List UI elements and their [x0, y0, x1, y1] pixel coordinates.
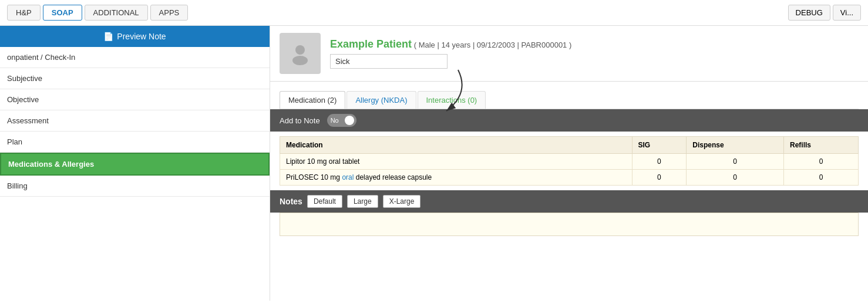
- sidebar-item-assessment[interactable]: Assessment: [0, 110, 270, 132]
- preview-note-label: Preview Note: [117, 32, 166, 41]
- sig-1: 0: [632, 154, 687, 170]
- med-tab-group: Medication (2) Allergy (NKDA) Interactio…: [280, 91, 859, 109]
- svg-point-1: [292, 56, 308, 65]
- tab-allergy[interactable]: Allergy (NKDA): [346, 91, 416, 109]
- col-sig: SIG: [632, 137, 687, 154]
- tab-medication[interactable]: Medication (2): [280, 91, 345, 109]
- dispense-2: 0: [687, 170, 784, 186]
- tab-additional[interactable]: ADDITIONAL: [85, 5, 148, 21]
- notes-label: Notes: [280, 197, 302, 206]
- med-tabs-area: Medication (2) Allergy (NKDA) Interactio…: [270, 82, 868, 109]
- patient-meta: ( Male | 14 years | 09/12/2003 | PABR000…: [414, 41, 572, 49]
- notes-content-area: [280, 213, 859, 236]
- patient-header: Example Patient ( Male | 14 years | 09/1…: [270, 26, 868, 82]
- oral-text: oral: [342, 173, 354, 181]
- med-name-2: PriLOSEC 10 mg oral delayed release caps…: [280, 170, 633, 186]
- sidebar: 📄 Preview Note onpatient / Check-In Subj…: [0, 26, 270, 301]
- refills-2: 0: [783, 170, 858, 186]
- table-row: Lipitor 10 mg oral tablet 0 0 0: [280, 154, 859, 170]
- table-row: PriLOSEC 10 mg oral delayed release caps…: [280, 170, 859, 186]
- col-dispense: Dispense: [687, 137, 784, 154]
- patient-info: Example Patient ( Male | 14 years | 09/1…: [330, 38, 571, 69]
- add-to-note-toggle[interactable]: No: [327, 114, 356, 127]
- notes-size-xlarge[interactable]: X-Large: [383, 195, 421, 208]
- vic-button[interactable]: Vi...: [833, 5, 861, 21]
- dispense-1: 0: [687, 154, 784, 170]
- svg-point-0: [295, 45, 305, 55]
- top-tab-group: H&P SOAP ADDITIONAL APPS: [7, 5, 188, 21]
- sidebar-item-billing[interactable]: Billing: [0, 176, 270, 197]
- medication-table: Medication SIG Dispense Refills Lipitor …: [280, 136, 859, 186]
- notes-bar: Notes Default Large X-Large: [270, 190, 868, 213]
- med-name-1: Lipitor 10 mg oral tablet: [280, 154, 633, 170]
- toggle-knob: [345, 116, 354, 125]
- sidebar-item-objective[interactable]: Objective: [0, 89, 270, 110]
- main-content: Example Patient ( Male | 14 years | 09/1…: [270, 26, 868, 301]
- tab-hp[interactable]: H&P: [7, 5, 41, 21]
- toggle-label: No: [331, 117, 339, 124]
- tab-interactions[interactable]: Interactions (0): [418, 91, 486, 109]
- sidebar-item-medications[interactable]: Medications & Allergies: [0, 153, 270, 176]
- col-medication: Medication: [280, 137, 633, 154]
- sidebar-item-checkin[interactable]: onpatient / Check-In: [0, 47, 270, 68]
- tab-soap[interactable]: SOAP: [43, 5, 82, 21]
- preview-note-button[interactable]: 📄 Preview Note: [0, 26, 270, 47]
- sidebar-item-plan[interactable]: Plan: [0, 132, 270, 153]
- medication-table-wrapper: Medication SIG Dispense Refills Lipitor …: [270, 136, 868, 186]
- col-refills: Refills: [783, 137, 858, 154]
- add-to-note-bar: Add to Note No: [270, 109, 868, 132]
- notes-size-default[interactable]: Default: [307, 195, 342, 208]
- sig-2: 0: [632, 170, 687, 186]
- refills-1: 0: [783, 154, 858, 170]
- sidebar-item-subjective[interactable]: Subjective: [0, 68, 270, 89]
- patient-name: Example Patient: [330, 38, 412, 50]
- debug-button[interactable]: DEBUG: [788, 5, 830, 21]
- add-to-note-label: Add to Note: [280, 116, 320, 125]
- notes-size-large[interactable]: Large: [347, 195, 378, 208]
- document-icon: 📄: [103, 32, 113, 41]
- patient-status: Sick: [330, 54, 448, 69]
- avatar: [280, 33, 321, 74]
- tab-apps[interactable]: APPS: [150, 5, 189, 21]
